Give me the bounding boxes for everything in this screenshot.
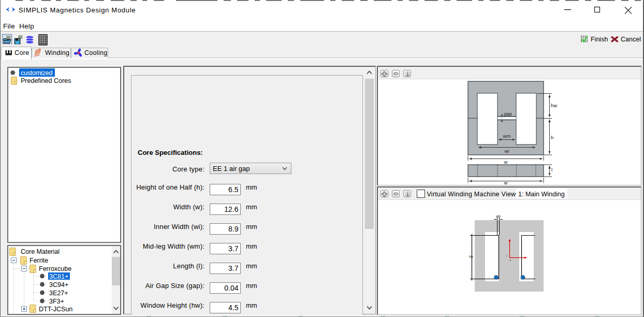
svg-text:gap: gap [504,111,512,117]
svg-text:r: r [506,254,507,257]
svg-text:z: z [509,258,511,262]
svg-text:wi: wi [504,148,509,154]
svg-text:wm: wm [503,133,511,139]
svg-text:Core: Core [14,49,30,56]
svg-text:w: w [504,159,508,165]
svg-text:wb: wb [495,214,501,218]
svg-text:Winding: Winding [45,49,69,56]
svg-text:w: w [504,180,508,185]
svg-text:l: l [551,167,552,172]
svg-text:Cooling: Cooling [84,49,108,56]
svg-text:hb: hb [469,255,473,258]
svg-text:hw: hw [551,103,557,108]
svg-text:h: h [551,135,553,140]
